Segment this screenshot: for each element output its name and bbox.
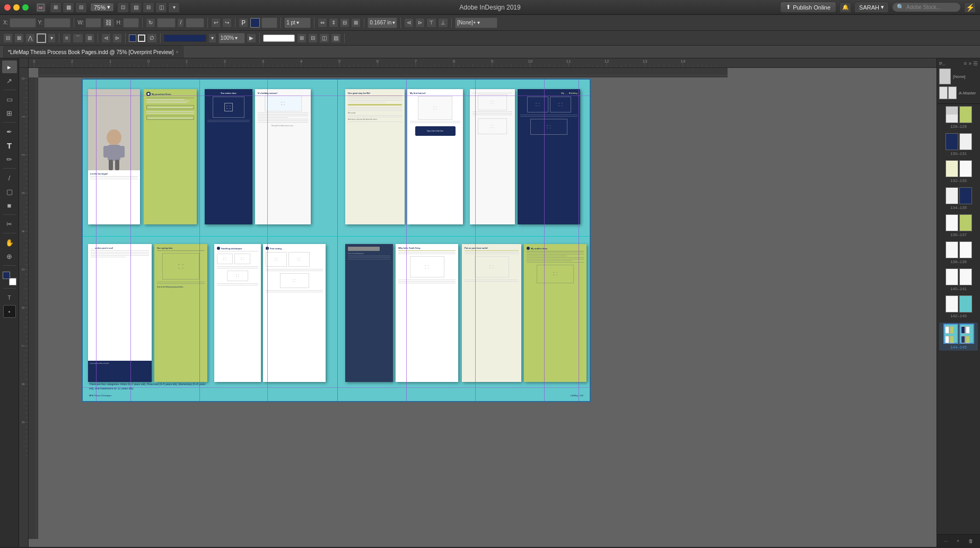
window-controls[interactable] xyxy=(4,4,29,11)
align-bottom-btn[interactable]: ⊥ xyxy=(438,18,448,28)
anchor-right-btn[interactable]: ⊳ xyxy=(112,33,122,43)
page-tool-btn[interactable]: ▭ xyxy=(2,93,17,106)
undo-button[interactable]: ↩ xyxy=(211,18,221,28)
spread-thumb-138-139[interactable]: 138–139 xyxy=(939,241,978,264)
spread-thumb-132-133[interactable]: 132–133 xyxy=(939,160,978,183)
y-input[interactable] xyxy=(44,18,71,28)
publish-online-button[interactable]: ⬆ Publish Online xyxy=(780,2,836,13)
view-option-2[interactable]: ⊟ xyxy=(308,33,318,43)
user-menu-button[interactable]: SARAH ▾ xyxy=(854,2,889,13)
view-btn-5[interactable]: ▾ xyxy=(168,2,180,13)
pages-view-btn[interactable]: ⊟ xyxy=(75,2,87,13)
dist-v-btn[interactable]: ⊠ xyxy=(351,18,361,28)
align-left-btn[interactable]: ⊲ xyxy=(404,18,414,28)
spread-thumb-128-129[interactable]: 128–129 xyxy=(939,106,978,129)
spread-thumb-140-141[interactable]: 140–141 xyxy=(939,268,978,291)
lightning-icon[interactable]: ⚡ xyxy=(964,2,976,13)
pen-tool-btn[interactable]: ✒ xyxy=(2,125,17,138)
zoom-row2-arrow[interactable]: ▶ xyxy=(247,33,256,43)
stroke-swatch-right[interactable] xyxy=(263,34,295,42)
stroke-color-btn[interactable]: ▾ xyxy=(48,33,56,43)
spread-thumb-142-143[interactable]: 142–143 xyxy=(939,295,978,318)
stroke-options-btn2[interactable]: ⊠ xyxy=(14,33,24,43)
type-on-path-btn[interactable]: ⌒ xyxy=(73,33,83,43)
color-bar[interactable] xyxy=(164,34,206,42)
pencil-tool-btn[interactable]: ✏ xyxy=(2,153,17,166)
panel-expand-icon[interactable]: » xyxy=(968,60,972,66)
panel-add-page-btn[interactable]: + xyxy=(957,538,959,544)
scissors-tool-btn[interactable]: ✂ xyxy=(2,218,17,230)
view-btn-2[interactable]: ▤ xyxy=(130,2,142,13)
skew-input[interactable] xyxy=(186,18,204,28)
view-btn-3[interactable]: ⊟ xyxy=(143,2,154,13)
constrain-ratio-btn[interactable]: ⛓ xyxy=(103,18,115,28)
layout-view-btn[interactable]: ⊞ xyxy=(50,2,62,13)
view-btn-4[interactable]: ◫ xyxy=(155,2,167,13)
rotation-input[interactable] xyxy=(157,18,176,28)
panel-dots-icon[interactable]: ··· xyxy=(944,538,948,544)
direct-selection-btn[interactable]: ↗ xyxy=(2,74,17,87)
redo-button[interactable]: ↪ xyxy=(222,18,232,28)
h-input[interactable] xyxy=(123,18,139,28)
stroke-options-btn[interactable]: ⊟ xyxy=(3,33,13,43)
zoom-tool-btn[interactable]: ⊕ xyxy=(2,250,17,263)
spread-thumb-130-131[interactable]: 130–131 xyxy=(939,133,978,156)
panel-collapse-icon[interactable]: ≡ xyxy=(964,60,967,66)
stroke-join-btn[interactable]: ⋀ xyxy=(25,33,35,43)
fill-none-btn[interactable]: ∅ xyxy=(147,33,157,43)
line-tool-btn[interactable]: / xyxy=(2,171,17,184)
spread-thumb-134-135[interactable]: 134–135 xyxy=(939,187,978,210)
fg-color-swatch[interactable] xyxy=(3,272,10,279)
master-a-row[interactable]: A-Master xyxy=(939,86,978,99)
zoom-row2-dropdown[interactable]: 100% ▾ xyxy=(218,33,245,44)
master-none-row[interactable]: [None] xyxy=(939,68,978,84)
fill-swatch-row2[interactable] xyxy=(129,34,136,42)
x-input[interactable] xyxy=(10,18,36,28)
bg-color-swatch[interactable] xyxy=(9,278,16,285)
style-p-btn[interactable]: 𝖯 xyxy=(239,18,248,28)
type-tool-btn[interactable]: T xyxy=(2,139,17,152)
spread-view-btn[interactable]: ▦ xyxy=(63,2,74,13)
notifications-button[interactable]: 🔔 xyxy=(839,2,851,13)
view-btn-1[interactable]: ⊡ xyxy=(117,2,129,13)
document-tab[interactable]: *LifeMap Thesis Process Book Pages.indd … xyxy=(3,46,183,58)
view-option-1[interactable]: ⊞ xyxy=(297,33,307,43)
selection-tool-btn[interactable]: ▸ xyxy=(2,60,17,73)
color-bar-chevron[interactable]: ▾ xyxy=(208,33,216,43)
view-option-4[interactable]: ▧ xyxy=(331,33,341,43)
w-input[interactable] xyxy=(85,18,101,28)
dist-h-btn[interactable]: ⊟ xyxy=(340,18,349,28)
fill-color-swatch[interactable] xyxy=(250,18,260,28)
maximize-button[interactable] xyxy=(22,4,29,11)
preview-mode-btn[interactable]: ▪ xyxy=(3,305,16,318)
stroke-swatch-row2[interactable] xyxy=(138,34,145,42)
format-affects-text-btn[interactable]: T xyxy=(2,291,17,304)
align-center-btn[interactable]: ⊳ xyxy=(415,18,425,28)
tab-close-icon[interactable]: × xyxy=(176,49,178,55)
hand-tool-btn[interactable]: ✋ xyxy=(2,236,17,249)
align-top-btn[interactable]: ⊤ xyxy=(426,18,436,28)
gap-tool-btn[interactable]: ⊞ xyxy=(2,107,17,119)
stroke-weight-dropdown[interactable]: 1 pt ▾ xyxy=(284,18,311,28)
canvas-area[interactable]: 321012345678910111213141516 0123456789 xyxy=(19,58,937,547)
view-mode-buttons[interactable]: ⊡ ▤ ⊟ ◫ ▾ xyxy=(117,2,180,13)
anchor-left-btn[interactable]: ⊲ xyxy=(101,33,111,43)
flip-h-btn[interactable]: ⇔ xyxy=(318,18,327,28)
close-button[interactable] xyxy=(4,4,11,11)
measurement-dropdown[interactable]: 0.1667 in ▾ xyxy=(368,18,397,28)
panel-menu-icon[interactable]: ☰ xyxy=(973,60,978,66)
minimize-button[interactable] xyxy=(13,4,20,11)
view-option-3[interactable]: ◫ xyxy=(319,33,329,43)
stroke-color-swatch[interactable] xyxy=(37,33,46,43)
zoom-selector[interactable]: 75% ▾ xyxy=(90,3,114,12)
panel-delete-page-btn[interactable]: 🗑 xyxy=(968,538,973,544)
fill-dropdown[interactable] xyxy=(261,18,277,28)
color-indicator[interactable] xyxy=(3,272,16,285)
text-wrap-btn[interactable]: ⊞ xyxy=(85,33,94,43)
spread-thumb-144-145[interactable]: 144–145 xyxy=(939,323,978,351)
layout-mode-buttons[interactable]: ⊞ ▦ ⊟ xyxy=(50,2,87,13)
style-preset-dropdown[interactable]: [None]+ ▾ xyxy=(455,18,497,28)
search-bar[interactable]: 🔍 Adobe Stock... xyxy=(892,2,961,12)
frame-tool-btn[interactable]: ▢ xyxy=(2,185,17,198)
spread-thumb-136-137[interactable]: 136–137 xyxy=(939,214,978,237)
